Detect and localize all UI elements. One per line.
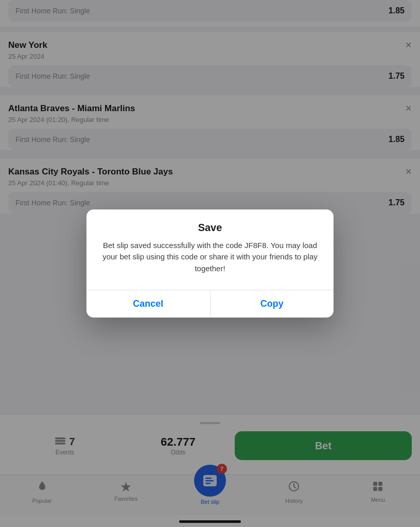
modal-buttons: Cancel Copy [86,290,334,318]
modal-overlay: Save Bet slip saved successfully with th… [0,0,420,527]
modal-content: Save Bet slip saved successfully with th… [86,209,334,280]
modal-cancel-button[interactable]: Cancel [86,290,210,318]
modal-box: Save Bet slip saved successfully with th… [86,209,334,318]
modal-title: Save [101,222,319,234]
modal-message: Bet slip saved successfully with the cod… [101,240,319,275]
modal-copy-button[interactable]: Copy [211,290,334,318]
main-content: First Home Run: Single 1.85 ✕ New York 2… [0,0,420,527]
